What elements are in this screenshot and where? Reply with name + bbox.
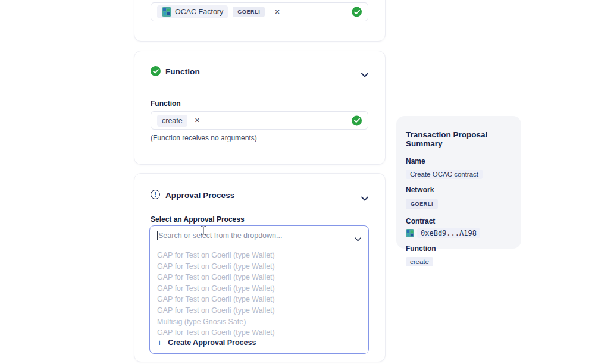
contract-select-field[interactable]: OCAC Factory GOERLI ✕ — [151, 2, 368, 21]
network-badge: GOERLI — [233, 7, 265, 17]
approval-incomplete-alert-icon: ! — [151, 190, 160, 199]
selected-contract-chip: OCAC Factory — [157, 5, 228, 18]
dropdown-option[interactable]: Multisig (type Gnosis Safe) — [157, 316, 368, 328]
selected-contract-name: OCAC Factory — [175, 8, 223, 16]
summary-function-value: create — [406, 257, 433, 266]
summary-name-label: Name — [406, 157, 512, 165]
approval-search-input[interactable]: Search or select from the dropdown... — [150, 226, 368, 245]
approval-field-label: Select an Approval Process — [151, 215, 245, 224]
dropdown-option[interactable]: GAP for Test on Goerli (type Wallet) — [157, 283, 368, 294]
dropdown-option[interactable]: GAP for Test on Goerli (type Wallet) — [157, 250, 368, 261]
function-card-title: Function — [165, 67, 200, 76]
approval-card-title: Approval Process — [165, 191, 234, 200]
create-approval-process-label: Create Approval Process — [168, 338, 256, 347]
summary-contract-identicon-icon — [406, 229, 414, 237]
summary-network-badge: GOERLI — [406, 199, 438, 209]
function-field-label: Function — [151, 99, 181, 108]
contract-identicon-icon — [162, 7, 171, 17]
function-card: Function Function create ✕ (Function rec… — [134, 51, 386, 165]
dropdown-chevron-icon[interactable] — [355, 233, 361, 244]
contract-valid-check-icon — [352, 7, 362, 17]
approval-process-card: ! Approval Process Select an Approval Pr… — [134, 173, 386, 362]
plus-icon: + — [157, 338, 162, 347]
selected-function-chip: create — [157, 115, 187, 127]
approval-collapse-chevron-icon[interactable] — [361, 193, 368, 203]
summary-contract-address: 0xeBd9...A198 — [417, 228, 480, 238]
summary-network-label: Network — [406, 186, 512, 194]
dropdown-option[interactable]: GAP for Test on Goerli (type Wallet) — [157, 261, 368, 272]
function-collapse-chevron-icon[interactable] — [361, 69, 368, 80]
summary-contract-label: Contract — [406, 217, 512, 225]
dropdown-option[interactable]: GAP for Test on Goerli (type Wallet) — [157, 305, 368, 316]
dropdown-option[interactable]: GAP for Test on Goerli (type Wallet) — [157, 327, 368, 338]
remove-contract-icon[interactable]: ✕ — [274, 8, 280, 16]
remove-function-icon[interactable]: ✕ — [195, 117, 200, 124]
summary-function-label: Function — [406, 244, 512, 253]
dropdown-option[interactable]: GAP for Test on Goerli (type Wallet) — [157, 294, 368, 305]
function-valid-check-icon — [352, 115, 362, 125]
function-helper-text: (Function receives no arguments) — [151, 134, 257, 142]
summary-name-value: Create OCAC contract — [406, 170, 483, 179]
transaction-summary-panel: Transaction Proposal Summary Name Create… — [396, 116, 521, 249]
page: OCAC Factory GOERLI ✕ Function Function … — [0, 0, 595, 364]
create-approval-process-button[interactable]: + Create Approval Process — [157, 338, 256, 347]
summary-title: Transaction Proposal Summary — [406, 130, 512, 148]
approval-process-dropdown: Search or select from the dropdown... GA… — [149, 225, 369, 354]
approval-options-list: GAP for Test on Goerli (type Wallet)GAP … — [150, 245, 368, 338]
text-caret — [157, 231, 158, 240]
contract-card: OCAC Factory GOERLI ✕ — [134, 0, 386, 42]
function-complete-check-icon — [151, 66, 161, 76]
approval-search-placeholder: Search or select from the dropdown... — [158, 231, 282, 240]
dropdown-option[interactable]: GAP for Test on Goerli (type Wallet) — [157, 272, 368, 283]
ibeam-mouse-cursor — [200, 225, 207, 238]
function-select-field[interactable]: create ✕ — [151, 111, 368, 130]
